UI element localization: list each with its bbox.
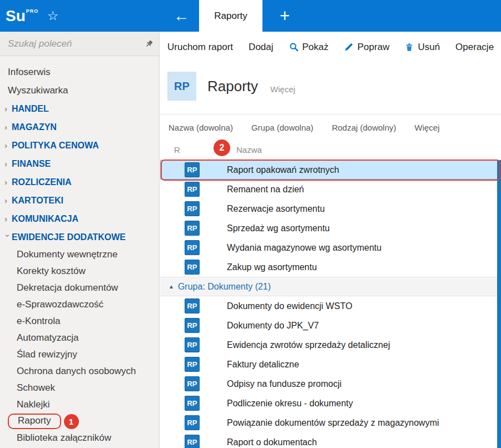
chevron-right-icon: ›	[4, 177, 12, 187]
add-button[interactable]: Dodaj	[249, 42, 273, 53]
annotation-step-1: 1	[64, 414, 79, 429]
vertical-scrollbar[interactable]	[497, 160, 501, 448]
logo-text: Su	[6, 7, 26, 25]
group-header-row[interactable]: ▲ Grupa: Dokumenty (21)	[160, 277, 501, 296]
report-type-icon: RP	[185, 162, 200, 177]
sidebar-item-ewidencje-dodatkowe[interactable]: ›EWIDENCJE DODATKOWE	[0, 228, 159, 246]
table-row[interactable]: RP Odpisy na fundusze promocji	[160, 374, 501, 394]
pin-icon[interactable]	[139, 32, 159, 56]
sidebar-item-dekretacja-dokumentow[interactable]: Dekretacja dokumentów	[0, 280, 159, 296]
report-name: Raport o dokumentach	[227, 437, 317, 447]
sidebar-item-label: POLITYKA CENOWA	[12, 141, 99, 151]
chevron-right-icon: ›	[4, 104, 12, 113]
report-type-icon: RP	[185, 298, 200, 313]
table-row-selected[interactable]: RP Raport opakowań zwrotnych	[160, 160, 501, 180]
table-row[interactable]: RP Powiązanie dokumentów sprzedaży z mag…	[160, 413, 501, 432]
sidebar-item-label: Korekty kosztów	[17, 266, 86, 277]
sidebar-item-rozliczenia[interactable]: ›ROZLICZENIA	[0, 173, 159, 191]
table-row[interactable]: RP Dokumenty do JPK_V7	[160, 316, 501, 335]
operations-button[interactable]: Operacje	[455, 42, 494, 53]
table-row[interactable]: RP Sprzedaż wg asortymentu	[160, 218, 501, 238]
filter-more[interactable]: Więcej	[415, 123, 440, 132]
chevron-right-icon: ›	[4, 214, 12, 223]
delete-button[interactable]: Usuń	[405, 42, 440, 53]
new-tab-plus-icon[interactable]: +	[275, 0, 295, 32]
report-type-icon: RP	[185, 396, 200, 411]
report-type-icon: RP	[185, 240, 200, 255]
favorites-star-icon[interactable]: ☆	[44, 0, 61, 32]
sidebar-item-komunikacja[interactable]: ›KOMUNIKACJA	[0, 210, 159, 228]
filter-group[interactable]: Grupa (dowolna)	[251, 123, 314, 132]
sidebar-item-korekty-kosztow[interactable]: Korekty kosztów	[0, 263, 159, 280]
column-header-icon[interactable]: R	[174, 145, 180, 155]
report-name: Powiązanie dokumentów sprzedaży z magazy…	[227, 418, 439, 428]
sidebar-item-slad-rewizyjny[interactable]: Ślad rewizyjny	[0, 346, 159, 363]
search-icon	[289, 42, 299, 52]
sidebar-item-naklejki[interactable]: Naklejki	[0, 396, 159, 413]
filter-name[interactable]: Nazwa (dowolna)	[168, 123, 233, 132]
sidebar-item-ochrona-danych-osobowych[interactable]: Ochrona danych osobowych	[0, 363, 159, 380]
add-label: Dodaj	[249, 42, 273, 53]
sidebar-item-label: HANDEL	[12, 104, 49, 114]
report-name: Zakup wg asortymentu	[227, 262, 317, 272]
chevron-right-icon: ›	[4, 122, 12, 132]
chevron-right-icon: ›	[4, 141, 12, 150]
reports-list: RP Raport opakowań zwrotnych RP Remanent…	[160, 160, 501, 448]
sidebar-item-handel[interactable]: ›HANDEL	[0, 99, 159, 118]
run-report-button[interactable]: Uruchom raport	[167, 42, 233, 53]
app-logo[interactable]: Su PRO	[6, 0, 38, 32]
table-row[interactable]: RP Raport o dokumentach	[160, 432, 501, 448]
sidebar-item-wyszukiwarka[interactable]: Wyszukiwarka	[0, 81, 159, 99]
sidebar-item-label: EWIDENCJE DODATKOWE	[12, 232, 126, 242]
table-row[interactable]: RP Wydania magazynowe wg asortymentu	[160, 238, 501, 257]
filter-bar: Nazwa (dowolna) Grupa (dowolna) Rodzaj (…	[160, 114, 501, 140]
edit-button[interactable]: Popraw	[344, 42, 390, 53]
column-header-name[interactable]: Nazwa	[236, 145, 262, 155]
main-panel: Uruchom raport Dodaj Pokaż Popraw Usuń O…	[160, 32, 501, 448]
sidebar-item-infoserwis[interactable]: Infoserwis	[0, 63, 159, 81]
report-type-icon: RP	[185, 201, 200, 216]
sidebar-item-label: Wyszukiwarka	[8, 85, 68, 96]
app-window: Su PRO ☆ ← Raporty + Infoserwis Wyszukiw…	[0, 0, 501, 448]
operations-label: Operacje	[455, 42, 494, 53]
sidebar-item-finanse[interactable]: ›FINANSE	[0, 155, 159, 173]
chevron-down-icon: ›	[3, 235, 13, 242]
sidebar-item-raporty[interactable]: Raporty 1	[0, 413, 159, 430]
report-type-icon: RP	[185, 376, 200, 391]
back-arrow-icon[interactable]: ←	[170, 0, 192, 32]
header-more-link[interactable]: Więcej	[270, 84, 295, 94]
sidebar-item-kartoteki[interactable]: ›KARTOTEKI	[0, 191, 159, 210]
report-name: Dokumenty do ewidencji WSTO	[227, 301, 353, 311]
table-row[interactable]: RP Rezerwacje asortymentu	[160, 199, 501, 218]
edit-label: Popraw	[358, 42, 390, 53]
delete-label: Usuń	[418, 42, 440, 53]
sidebar-item-e-kontrola[interactable]: e-Kontrola	[0, 313, 159, 330]
show-label: Pokaż	[302, 42, 329, 53]
table-row[interactable]: RP Dokumenty do ewidencji WSTO	[160, 296, 501, 316]
table-row[interactable]: RP Remanent na dzień	[160, 180, 501, 199]
report-name: Odpisy na fundusze promocji	[227, 379, 341, 389]
table-row[interactable]: RP Podliczenie okresu - dokumenty	[160, 394, 501, 413]
tab-raporty[interactable]: Raporty	[199, 0, 262, 32]
table-row[interactable]: RP Zakup wg asortymentu	[160, 257, 501, 277]
sidebar-item-dokumenty-wewnetrzne[interactable]: Dokumenty wewnętrzne	[0, 246, 159, 263]
sidebar-item-polityka-cenowa[interactable]: ›POLITYKA CENOWA	[0, 136, 159, 155]
table-row[interactable]: RP Ewidencja zwrotów sprzedaży detaliczn…	[160, 335, 501, 355]
report-type-icon: RP	[185, 182, 200, 197]
search-input[interactable]	[0, 38, 139, 49]
filter-kind[interactable]: Rodzaj (dowolny)	[332, 123, 396, 132]
table-row[interactable]: RP Faktury detaliczne	[160, 355, 501, 374]
logo-pro-badge: PRO	[26, 8, 39, 14]
sidebar-item-schowek[interactable]: Schowek	[0, 380, 159, 396]
sidebar-item-magazyn[interactable]: ›MAGAZYN	[0, 118, 159, 136]
annotation-step-2: 2	[214, 140, 230, 156]
sidebar-item-e-sprawozdawczosc[interactable]: e-Sprawozdawczość	[0, 296, 159, 313]
sidebar-item-label: Dokumenty wewnętrzne	[17, 249, 117, 260]
sidebar-item-biblioteka-zalacznikow[interactable]: Biblioteka załączników	[0, 430, 159, 446]
trash-icon	[405, 42, 414, 52]
report-type-icon: RP	[185, 260, 200, 275]
sidebar-item-label: Raporty	[18, 415, 51, 426]
scrollbar-thumb[interactable]	[497, 160, 501, 448]
sidebar-item-automatyzacja[interactable]: Automatyzacja	[0, 330, 159, 346]
show-button[interactable]: Pokaż	[289, 42, 329, 53]
